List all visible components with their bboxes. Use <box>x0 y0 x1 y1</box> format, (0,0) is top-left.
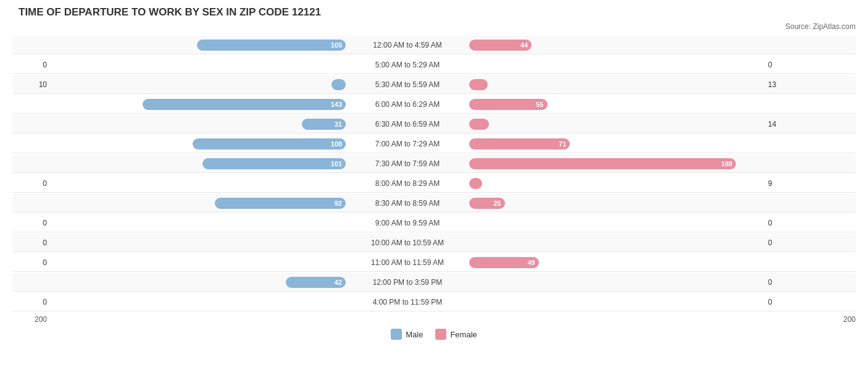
male-bar: 92 <box>215 198 346 209</box>
female-bar-container: 49 <box>469 257 766 268</box>
female-bar <box>469 178 482 189</box>
chart-row: 08:00 AM to 8:29 AM9 <box>12 174 856 193</box>
female-bar-container: 55 <box>469 99 766 110</box>
male-bar-container: 92 <box>49 198 346 209</box>
time-label: 9:00 AM to 9:59 AM <box>346 219 469 227</box>
axis-left-label: 200 <box>12 315 49 324</box>
female-bar: 55 <box>469 99 548 110</box>
chart-area: 10512:00 AM to 4:59 AM4405:00 AM to 5:29… <box>12 36 856 311</box>
chart-row: 10512:00 AM to 4:59 AM44 <box>12 36 856 54</box>
female-value: 0 <box>766 219 803 227</box>
male-bar-container: 108 <box>49 138 346 150</box>
time-label: 6:00 AM to 6:29 AM <box>346 100 469 109</box>
male-bar <box>332 79 346 90</box>
male-bar-label: 101 <box>331 160 342 167</box>
legend-male-box <box>391 329 402 340</box>
female-bar: 71 <box>469 138 570 150</box>
male-bar-label: 42 <box>335 279 342 286</box>
time-label: 5:00 AM to 5:29 AM <box>346 61 469 69</box>
male-bar: 108 <box>193 138 346 150</box>
chart-row: 1017:30 AM to 7:59 AM188 <box>12 154 856 173</box>
male-bar: 31 <box>302 119 346 130</box>
male-bar-container: 143 <box>49 99 346 110</box>
female-bar-container: 25 <box>469 198 766 209</box>
male-bar-container: 105 <box>49 40 346 51</box>
time-label: 12:00 PM to 3:59 PM <box>346 278 469 287</box>
female-value: 0 <box>766 61 803 69</box>
legend: Male Female <box>12 329 856 340</box>
male-bar-label: 31 <box>335 120 342 128</box>
male-bar-label: 92 <box>335 200 342 207</box>
female-bar-label: 49 <box>527 259 535 266</box>
chart-row: 1436:00 AM to 6:29 AM55 <box>12 95 856 114</box>
male-bar-container: 101 <box>49 158 346 169</box>
time-label: 8:00 AM to 8:29 AM <box>346 179 469 188</box>
time-label: 7:00 AM to 7:29 AM <box>346 140 469 148</box>
male-bar-container: 31 <box>49 119 346 130</box>
time-label: 8:30 AM to 8:59 AM <box>346 199 469 208</box>
female-bar-container <box>469 79 766 90</box>
female-bar: 44 <box>469 40 532 51</box>
female-bar <box>469 79 488 90</box>
axis-row: 200200 <box>12 315 856 324</box>
chart-row: 928:30 AM to 8:59 AM25 <box>12 194 856 213</box>
male-value: 0 <box>12 238 49 247</box>
female-value: 9 <box>766 179 803 188</box>
chart-title: TIME OF DEPARTURE TO WORK BY SEX IN ZIP … <box>12 6 856 19</box>
axis-right-label: 200 <box>841 315 856 324</box>
chart-row: 4212:00 PM to 3:59 PM0 <box>12 273 856 292</box>
female-bar-container <box>469 178 766 189</box>
male-bar-label: 108 <box>331 140 342 148</box>
female-bar-container <box>469 119 766 130</box>
female-bar: 49 <box>469 257 539 268</box>
male-value: 10 <box>12 80 49 89</box>
time-label: 6:30 AM to 6:59 AM <box>346 120 469 129</box>
male-bar-label: 105 <box>331 41 342 49</box>
legend-female-box <box>435 329 446 340</box>
female-bar: 25 <box>469 198 505 209</box>
chart-row: 09:00 AM to 9:59 AM0 <box>12 214 856 232</box>
source-text: Source: ZipAtlas.com <box>12 22 856 31</box>
chart-row: 105:30 AM to 5:59 AM13 <box>12 75 856 94</box>
female-bar-container: 44 <box>469 40 766 51</box>
male-bar-container: 42 <box>49 277 346 288</box>
male-value: 0 <box>12 61 49 69</box>
male-value: 0 <box>12 219 49 227</box>
male-bar: 42 <box>286 277 346 288</box>
female-value: 13 <box>766 80 803 89</box>
time-label: 12:00 AM to 4:59 AM <box>346 41 469 49</box>
female-bar-label: 55 <box>536 101 543 108</box>
chart-row: 04:00 PM to 11:59 PM0 <box>12 293 856 311</box>
male-value: 0 <box>12 298 49 306</box>
legend-female: Female <box>435 329 477 340</box>
female-bar-label: 71 <box>559 140 566 148</box>
male-bar: 101 <box>202 158 346 169</box>
female-bar-container: 188 <box>469 158 766 169</box>
chart-row: 316:30 AM to 6:59 AM14 <box>12 115 856 133</box>
female-bar-label: 188 <box>721 160 732 167</box>
time-label: 7:30 AM to 7:59 AM <box>346 159 469 168</box>
male-bar-container <box>49 79 346 90</box>
female-value: 14 <box>766 120 803 129</box>
time-label: 5:30 AM to 5:59 AM <box>346 80 469 89</box>
female-value: 0 <box>766 238 803 247</box>
time-label: 10:00 AM to 10:59 AM <box>346 238 469 247</box>
time-label: 4:00 PM to 11:59 PM <box>346 298 469 306</box>
legend-female-label: Female <box>450 330 477 339</box>
male-value: 0 <box>12 179 49 188</box>
time-label: 11:00 AM to 11:59 AM <box>346 258 469 267</box>
male-bar-label: 143 <box>331 101 342 108</box>
legend-male-label: Male <box>406 330 423 339</box>
female-bar-label: 25 <box>493 200 501 207</box>
female-value: 0 <box>766 278 803 287</box>
male-bar: 105 <box>197 40 346 51</box>
chart-row: 011:00 AM to 11:59 AM49 <box>12 253 856 272</box>
male-value: 0 <box>12 258 49 267</box>
female-bar-container: 71 <box>469 138 766 150</box>
chart-row: 1087:00 AM to 7:29 AM71 <box>12 135 856 153</box>
chart-row: 010:00 AM to 10:59 AM0 <box>12 234 856 252</box>
female-bar <box>469 119 489 130</box>
chart-row: 05:00 AM to 5:29 AM0 <box>12 56 856 74</box>
female-value: 0 <box>766 298 803 306</box>
female-bar: 188 <box>469 158 736 169</box>
